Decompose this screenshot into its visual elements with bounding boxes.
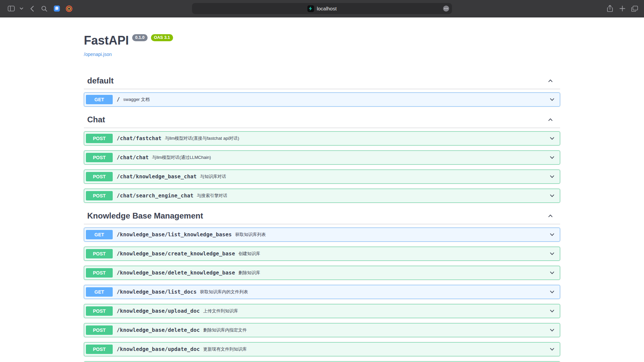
operation-summary: 删除知识库内指定文件 xyxy=(203,327,247,333)
section-title: Knowledge Base Management xyxy=(87,211,203,221)
chevron-down-icon[interactable] xyxy=(549,289,555,295)
site-favicon xyxy=(307,5,314,12)
operation-path: /chat/fastchat xyxy=(117,135,161,141)
operation-row[interactable]: POST /chat/search_engine_chat 与搜索引擎对话 xyxy=(84,189,560,203)
operation-summary: 删除知识库 xyxy=(238,270,260,276)
swagger-page: FastAPI 0.1.0 OAS 3.1 /openapi.json defa… xyxy=(0,17,644,362)
operation-summary: 获取知识库内的文件列表 xyxy=(200,289,248,295)
operation-list: POST /chat/fastchat 与llm模型对话(直接与fastchat… xyxy=(84,131,560,203)
sections: default GET / swagger 文档 Chat POST /chat… xyxy=(84,73,560,362)
search-icon[interactable] xyxy=(40,5,48,13)
method-badge: POST xyxy=(86,172,113,181)
operation-list: GET / swagger 文档 xyxy=(84,93,560,107)
operation-row[interactable]: POST /knowledge_base/upload_doc 上传文件到知识库 xyxy=(84,304,560,318)
operation-summary: swagger 文档 xyxy=(123,97,150,103)
section-title: default xyxy=(87,76,114,85)
operation-row[interactable]: GET / swagger 文档 xyxy=(84,93,560,107)
method-badge: POST xyxy=(86,306,113,316)
page-title: FastAPI 0.1.0 OAS 3.1 xyxy=(84,34,560,48)
method-badge: POST xyxy=(86,268,113,278)
new-tab-icon[interactable] xyxy=(618,5,626,13)
chevron-down-icon[interactable] xyxy=(549,270,555,276)
share-icon[interactable] xyxy=(606,5,614,13)
operation-summary: 上传文件到知识库 xyxy=(203,308,238,314)
operation-summary: 更新现有文件到知识库 xyxy=(203,346,247,352)
operation-row[interactable]: POST /chat/fastchat 与llm模型对话(直接与fastchat… xyxy=(84,131,560,145)
operation-path: / xyxy=(117,97,120,103)
operation-summary: 与llm模型对话(直接与fastchat api对话) xyxy=(165,135,239,141)
operation-path: /knowledge_base/update_doc xyxy=(117,346,200,352)
operation-row[interactable]: POST /knowledge_base/delete_knowledge_ba… xyxy=(84,266,560,280)
api-info: FastAPI 0.1.0 OAS 3.1 /openapi.json xyxy=(84,17,560,57)
operation-path: /knowledge_base/create_knowledge_base xyxy=(117,251,235,257)
api-title-text: FastAPI xyxy=(84,34,129,48)
blue-extension-icon[interactable] xyxy=(53,5,61,13)
operation-row[interactable]: POST /chat/knowledge_base_chat 与知识库对话 xyxy=(84,170,560,184)
tab-overview-icon[interactable] xyxy=(631,5,639,13)
operation-summary: 获取知识库列表 xyxy=(235,232,266,238)
section-header[interactable]: Knowledge Base Management xyxy=(84,208,560,224)
version-badge: 0.1.0 xyxy=(132,34,148,41)
browser-toolbar: localhost xyxy=(0,0,644,17)
operation-path: /knowledge_base/list_docs xyxy=(117,289,197,295)
chevron-down-icon[interactable] xyxy=(549,155,555,161)
api-section: Knowledge Base Management GET /knowledge… xyxy=(84,208,560,362)
method-badge: GET xyxy=(86,95,113,104)
operation-row[interactable]: POST /knowledge_base/update_doc 更新现有文件到知… xyxy=(84,342,560,356)
toolbar-right-group xyxy=(606,5,639,13)
chevron-down-icon[interactable] xyxy=(549,97,555,103)
operation-path: /chat/search_engine_chat xyxy=(117,193,194,199)
api-section: Chat POST /chat/fastchat 与llm模型对话(直接与fas… xyxy=(84,112,560,203)
chevron-down-icon[interactable] xyxy=(549,193,555,199)
operation-path: /knowledge_base/delete_knowledge_base xyxy=(117,270,235,276)
section-header[interactable]: default xyxy=(84,73,560,89)
chevron-up-icon[interactable] xyxy=(547,117,553,123)
oas-badge[interactable]: OAS 3.1 xyxy=(151,34,173,41)
chevron-down-icon[interactable] xyxy=(549,308,555,314)
chevron-down-icon[interactable] xyxy=(549,135,555,141)
operation-path: /knowledge_base/upload_doc xyxy=(117,308,200,314)
chevron-up-icon[interactable] xyxy=(547,78,553,84)
toolbar-left-group xyxy=(7,5,73,13)
operation-path: /chat/chat xyxy=(117,155,149,161)
method-badge: POST xyxy=(86,345,113,354)
method-badge: POST xyxy=(86,153,113,162)
operation-summary: 与知识库对话 xyxy=(200,174,226,180)
page-menu-ellipsis-icon[interactable] xyxy=(443,5,449,12)
method-badge: POST xyxy=(86,191,113,200)
orange-extension-icon[interactable] xyxy=(65,5,73,13)
chevron-down-icon[interactable] xyxy=(549,174,555,180)
back-icon[interactable] xyxy=(28,5,36,13)
method-badge: GET xyxy=(86,287,113,297)
section-header[interactable]: Chat xyxy=(84,112,560,128)
method-badge: POST xyxy=(86,325,113,335)
operation-row[interactable]: POST /chat/chat 与llm模型对话(通过LLMChain) xyxy=(84,150,560,165)
api-section: default GET / swagger 文档 xyxy=(84,73,560,107)
method-badge: POST xyxy=(86,134,113,143)
sidebar-toggle-icon[interactable] xyxy=(7,5,15,13)
url-text: localhost xyxy=(317,6,336,11)
operation-path: /knowledge_base/delete_doc xyxy=(117,327,200,333)
operation-list: GET /knowledge_base/list_knowledge_bases… xyxy=(84,228,560,362)
operation-summary: 创建知识库 xyxy=(238,251,260,257)
operation-row[interactable]: POST /knowledge_base/create_knowledge_ba… xyxy=(84,247,560,261)
operation-row[interactable]: GET /knowledge_base/list_knowledge_bases… xyxy=(84,228,560,242)
chevron-up-icon[interactable] xyxy=(547,213,553,219)
section-title: Chat xyxy=(87,115,105,124)
openapi-spec-link[interactable]: /openapi.json xyxy=(84,52,112,57)
chevron-down-icon[interactable] xyxy=(549,251,555,257)
operation-path: /chat/knowledge_base_chat xyxy=(117,174,197,180)
method-badge: POST xyxy=(86,249,113,258)
operation-row[interactable]: GET /knowledge_base/list_docs 获取知识库内的文件列… xyxy=(84,285,560,299)
operation-path: /knowledge_base/list_knowledge_bases xyxy=(117,232,232,238)
method-badge: GET xyxy=(86,230,113,239)
chevron-down-icon[interactable] xyxy=(549,232,555,238)
address-bar[interactable]: localhost xyxy=(192,3,452,14)
chevron-down-icon[interactable] xyxy=(549,346,555,352)
sidebar-chevron-down-icon[interactable] xyxy=(19,5,23,13)
chevron-down-icon[interactable] xyxy=(549,327,555,333)
operation-summary: 与搜索引擎对话 xyxy=(197,193,227,199)
operation-summary: 与llm模型对话(通过LLMChain) xyxy=(152,155,211,161)
operation-row[interactable]: POST /knowledge_base/delete_doc 删除知识库内指定… xyxy=(84,323,560,337)
